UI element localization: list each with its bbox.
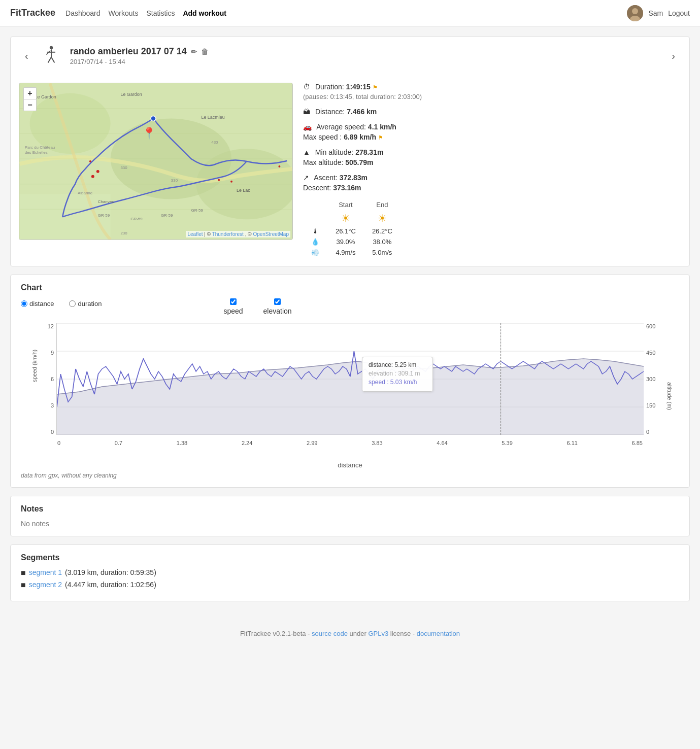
temp-icon-cell: 🌡 xyxy=(303,226,327,236)
svg-point-38 xyxy=(89,160,91,162)
nav-right: Sam Logout xyxy=(627,5,690,21)
speed-checkbox-label: speed xyxy=(223,307,243,315)
descent-row: Descent: 373.16m xyxy=(303,184,681,192)
x-axis-label: distance xyxy=(21,461,679,469)
svg-text:GR-59: GR-59 xyxy=(130,217,143,221)
chart-wrapper: 12 9 6 3 0 speed (km/h) 600 450 300 150 … xyxy=(56,323,644,446)
x-tick-5: 3.83 xyxy=(372,440,382,446)
chart-checkboxes: speed elevation xyxy=(223,298,291,315)
y-right-600: 600 xyxy=(646,323,655,329)
footer: FitTrackee v0.2.1-beta - source code und… xyxy=(0,620,700,648)
footer-license-link[interactable]: GPLv3 xyxy=(368,630,388,637)
distance-radio-option[interactable]: distance xyxy=(21,300,54,308)
nav-add-workout[interactable]: Add workout xyxy=(183,7,226,19)
nav-logout[interactable]: Logout xyxy=(668,7,690,19)
svg-text:des Echelles: des Echelles xyxy=(25,150,48,155)
brand-link[interactable]: FitTrackee xyxy=(10,8,55,18)
map-zoom-controls: + − xyxy=(23,87,37,111)
segment-link-1[interactable]: segment 1 xyxy=(29,568,62,576)
stats-panel: ⏱ Duration: 1:49:15 ⚑ (pauses: 0:13:45, … xyxy=(303,83,681,258)
workout-sport-icon xyxy=(39,43,64,69)
ascent-value: 372.83m xyxy=(340,174,368,182)
segment-item-1: ■ segment 1 (3.019 km, duration: 0:59:35… xyxy=(21,568,679,577)
map-stats-row: Le Gardon Le Gardon Parc du Château des … xyxy=(11,75,689,266)
elevation-checkbox-option[interactable]: elevation xyxy=(263,298,292,315)
y-left-12: 12 xyxy=(48,323,54,329)
max-speed-label: Max speed : xyxy=(303,133,342,141)
nav-statistics[interactable]: Statistics xyxy=(146,7,175,19)
distance-row: 🏔 Distance: 7.466 km xyxy=(303,108,681,116)
start-weather-icon: ☀ xyxy=(327,211,364,226)
y-left-label: speed (km/h) xyxy=(31,350,38,382)
x-tick-4: 2.99 xyxy=(307,440,317,446)
x-tick-3: 2.24 xyxy=(242,440,252,446)
speed-checkbox-option[interactable]: speed xyxy=(223,298,243,315)
svg-point-36 xyxy=(96,170,99,173)
segment-link-2[interactable]: segment 2 xyxy=(29,581,62,589)
chart-card: Chart distance duration speed xyxy=(10,275,690,488)
zoom-in-button[interactable]: + xyxy=(24,88,36,99)
segment-bullet-2: ■ xyxy=(21,581,26,590)
footer-source-link[interactable]: source code xyxy=(312,630,348,637)
svg-point-1 xyxy=(632,8,638,14)
distance-value: 7.466 km xyxy=(347,108,377,116)
next-workout-button[interactable]: › xyxy=(668,48,679,64)
wind-start: 4.9m/s xyxy=(327,247,364,258)
chart-area: distance: 5.25 km elevation : 309.1 m sp… xyxy=(56,323,644,435)
min-alt-value: 278.31m xyxy=(355,148,383,156)
main-content: ‹ rando amberieu 2017 07 14 ✏ 🗑 xyxy=(0,26,700,620)
speed-checkbox[interactable] xyxy=(230,298,237,305)
map-credit: Leaflet | © Thunderforest , © OpenStreet… xyxy=(186,231,290,237)
svg-point-37 xyxy=(91,175,94,178)
avg-speed-row: 🚗 Average speed: 4.1 km/h xyxy=(303,123,681,131)
temp-end: 26.2°C xyxy=(364,226,401,236)
avg-speed-value: 4.1 km/h xyxy=(368,123,396,131)
max-alt-row: Max altitude: 505.79m xyxy=(303,158,681,166)
osm-link[interactable]: OpenStreetMap xyxy=(253,231,289,237)
segment-detail-1: (3.019 km, duration: 0:59:35) xyxy=(65,568,156,576)
elevation-checkbox[interactable] xyxy=(274,298,281,305)
zoom-out-button[interactable]: − xyxy=(24,99,36,111)
map-container[interactable]: Le Gardon Le Gardon Parc du Château des … xyxy=(19,83,293,240)
thunderforest-link[interactable]: Thunderforest xyxy=(212,231,244,237)
chart-note: data from gpx, without any cleaning xyxy=(21,472,679,479)
humidity-end: 38.0% xyxy=(364,236,401,247)
edit-workout-icon[interactable]: ✏ xyxy=(191,48,197,56)
avatar[interactable] xyxy=(627,5,643,21)
svg-text:230: 230 xyxy=(120,231,127,235)
humidity-icon-cell: 💧 xyxy=(303,236,327,247)
end-weather-icon: ☀ xyxy=(364,211,401,226)
svg-text:Le Lacmieu: Le Lacmieu xyxy=(201,115,224,120)
segment-item-2: ■ segment 2 (4.447 km, duration: 1:02:56… xyxy=(21,581,679,590)
duration-label: Duration: xyxy=(315,83,344,91)
workout-header: ‹ rando amberieu 2017 07 14 ✏ 🗑 xyxy=(11,37,689,75)
distance-radio[interactable] xyxy=(21,300,27,307)
leaflet-link[interactable]: Leaflet xyxy=(187,231,203,237)
svg-text:GR-59: GR-59 xyxy=(191,208,204,213)
max-alt-value: 505.79m xyxy=(345,158,373,166)
min-alt-label: Min altitude: xyxy=(315,148,353,156)
x-tick-0: 0 xyxy=(57,440,60,446)
nav-workouts[interactable]: Workouts xyxy=(109,7,139,19)
x-tick-1: 0.7 xyxy=(115,440,122,446)
svg-line-7 xyxy=(51,57,54,62)
svg-point-39 xyxy=(218,179,220,181)
nav-links: Dashboard Workouts Statistics Add workou… xyxy=(65,7,627,19)
prev-workout-button[interactable]: ‹ xyxy=(21,48,32,64)
weather-table: Start End ☀ ☀ xyxy=(303,199,401,258)
descent-label: Descent: xyxy=(303,184,331,192)
segments-title: Segments xyxy=(21,553,679,562)
delete-workout-icon[interactable]: 🗑 xyxy=(201,48,208,56)
svg-text:330: 330 xyxy=(120,165,127,170)
duration-section: ⏱ Duration: 1:49:15 ⚑ (pauses: 0:13:45, … xyxy=(303,83,681,100)
footer-license-text: license - xyxy=(390,630,417,637)
svg-text:330: 330 xyxy=(171,178,178,183)
duration-radio-option[interactable]: duration xyxy=(69,300,102,308)
notes-card: Notes No notes xyxy=(10,496,690,536)
duration-warning-icon: ⚑ xyxy=(373,84,378,90)
nav-username[interactable]: Sam xyxy=(648,7,663,19)
nav-dashboard[interactable]: Dashboard xyxy=(65,7,101,19)
duration-radio[interactable] xyxy=(69,300,76,307)
map-credit-sep2: , © xyxy=(245,231,253,237)
footer-docs-link[interactable]: documentation xyxy=(417,630,460,637)
